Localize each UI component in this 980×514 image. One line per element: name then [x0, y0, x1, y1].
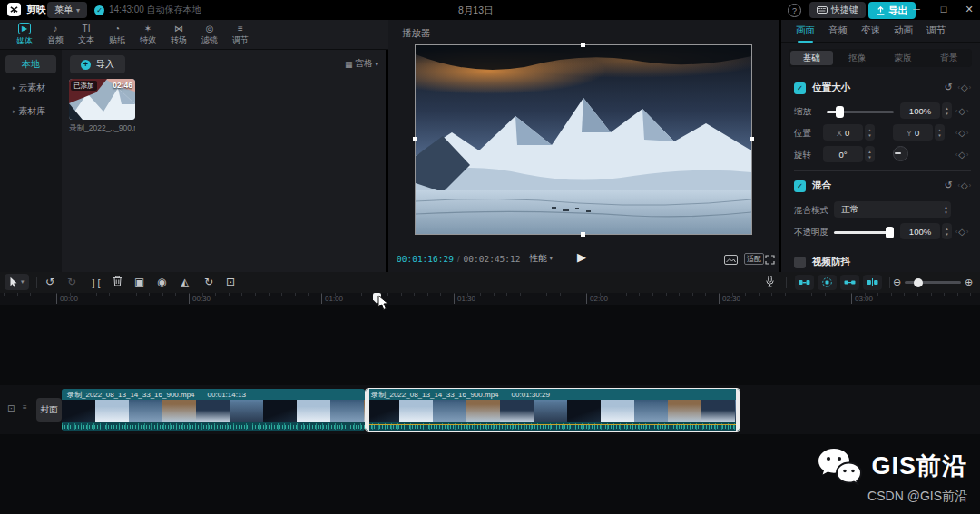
transform-handle-top[interactable]	[581, 43, 585, 47]
sidebar-item-cloud[interactable]: ▸云素材	[5, 79, 56, 97]
subtab-mask[interactable]: 蒙版	[882, 51, 925, 65]
rotate-stepper[interactable]: ▲▼	[865, 146, 875, 162]
clip-2-header: 录制_2022_08_13_14_33_16_900.mp4 00:01:30:…	[366, 389, 740, 400]
reset-icon[interactable]: ↺	[944, 82, 952, 93]
clip-1[interactable]: 录制_2022_08_13_14_33_16_900.mp4 00:01:14:…	[62, 389, 365, 431]
fullscreen-icon[interactable]	[765, 252, 775, 268]
help-button[interactable]: ?	[788, 4, 801, 17]
freeze-frame-button[interactable]: ▣	[134, 275, 144, 289]
redo-button[interactable]: ↻	[67, 275, 76, 289]
scale-value[interactable]: 100%	[900, 102, 940, 119]
delete-button[interactable]	[113, 276, 122, 290]
undo-button[interactable]: ↺	[45, 275, 54, 289]
subtab-keying[interactable]: 抠像	[837, 51, 879, 65]
quality-select[interactable]: 性能 ▾	[529, 253, 553, 265]
blend-checkbox[interactable]: ✓	[794, 180, 806, 192]
filmstrip-frame	[196, 400, 230, 422]
scale-label: 缩放	[794, 106, 811, 118]
reverse-button[interactable]: ◉	[157, 275, 166, 289]
scale-slider[interactable]	[827, 111, 894, 113]
tab-adjust[interactable]: ≡调节	[225, 20, 256, 49]
shortcuts-button[interactable]: 快捷键	[809, 2, 866, 18]
playhead-line[interactable]	[377, 293, 377, 514]
reset-icon[interactable]: ↺	[944, 179, 952, 191]
transform-handle-bottom[interactable]	[581, 232, 585, 237]
tab-adjust-props[interactable]: 调节	[926, 24, 946, 37]
rotate-value[interactable]: 0°	[823, 146, 863, 162]
tab-text[interactable]: TI文本	[71, 20, 102, 49]
maximize-button[interactable]: □	[935, 4, 953, 15]
media-thumbnail[interactable]: 已添加 02:46	[69, 79, 135, 120]
tab-media[interactable]: ▶媒体	[9, 20, 40, 49]
timeline-ruler[interactable]: 00:0000:3001:0001:3002:0002:3003:0003:30	[0, 293, 980, 305]
minimize-button[interactable]: ─	[907, 4, 926, 15]
subtab-basic[interactable]: 基础	[790, 51, 833, 65]
tab-transitions[interactable]: ⋈转场	[163, 20, 194, 49]
rotate-knob[interactable]	[893, 146, 908, 161]
tab-sticker[interactable]: ◔贴纸	[102, 20, 132, 49]
record-audio-button[interactable]	[766, 276, 774, 291]
blend-mode-stepper[interactable]: ▲▼	[941, 201, 951, 218]
original-quality-icon[interactable]	[724, 252, 738, 268]
stabilization-checkbox[interactable]	[794, 257, 806, 268]
position-y-field[interactable]: Y0	[893, 124, 933, 141]
position-size-checkbox[interactable]: ✓	[794, 82, 806, 94]
opacity-value[interactable]: 100%	[900, 223, 940, 239]
import-button[interactable]: + 导入	[70, 55, 125, 73]
select-tool-button[interactable]: ▾	[5, 274, 29, 290]
position-y-stepper[interactable]: ▲▼	[935, 124, 945, 141]
play-button[interactable]: ▶	[577, 250, 586, 264]
sidebar-item-local[interactable]: 本地	[5, 55, 56, 73]
opacity-keyframe[interactable]: ‹◇›	[956, 227, 968, 237]
video-preview[interactable]	[416, 45, 751, 234]
tab-picture[interactable]: 画面	[796, 24, 815, 37]
keyframe-control[interactable]: ‹◇›	[958, 180, 971, 190]
tab-speed[interactable]: 变速	[861, 24, 880, 37]
sidebar-item-library[interactable]: ▸素材库	[5, 102, 56, 121]
subtab-background[interactable]: 背景	[928, 51, 971, 65]
position-keyframe[interactable]: ‹◇›	[956, 128, 968, 138]
tab-effects[interactable]: ✶特效	[132, 20, 163, 49]
rotate-button[interactable]: ↻	[204, 275, 213, 289]
mirror-button[interactable]: ◭	[181, 275, 189, 289]
tab-filters[interactable]: ◎滤镜	[194, 20, 225, 49]
track-monitor-icon[interactable]: ⊡	[7, 403, 15, 413]
media-item[interactable]: 已添加 02:46 录制_2022_.._900.mp4	[69, 79, 135, 134]
linkage-toggle[interactable]	[840, 275, 859, 290]
position-x-stepper[interactable]: ▲▼	[865, 124, 875, 141]
properties-panel: 画面 音频 变速 动画 调节 基础 抠像 蒙版 背景 ✓ 位置大小 ↺ ‹◇› …	[781, 20, 980, 272]
preview-axis-toggle[interactable]	[863, 275, 882, 290]
blend-mode-select[interactable]: 正常	[834, 201, 946, 218]
transform-handle-right[interactable]	[750, 137, 754, 141]
tab-animation[interactable]: 动画	[894, 24, 913, 37]
credit-line: CSDN @GIS前沿	[817, 489, 967, 505]
clip-1-header: 录制_2022_08_13_14_33_16_900.mp4 00:01:14:…	[62, 389, 365, 400]
close-button[interactable]: ✕	[960, 4, 978, 15]
scale-keyframe[interactable]: ‹◇›	[956, 106, 968, 116]
rotate-keyframe[interactable]: ‹◇›	[956, 150, 968, 160]
auto-snap-toggle[interactable]	[818, 275, 837, 290]
fit-ratio-button[interactable]: 适配	[744, 253, 764, 265]
filmstrip-frame	[399, 400, 433, 422]
tab-audio[interactable]: ♪音频	[40, 20, 71, 49]
tab-audio-props[interactable]: 音频	[828, 24, 848, 37]
keyframe-control[interactable]: ‹◇›	[958, 82, 971, 92]
volume-line[interactable]	[366, 424, 740, 425]
crop-button[interactable]: ⊡	[226, 275, 235, 289]
menu-button[interactable]: 菜单▾	[47, 2, 87, 18]
timeline-zoom-out-button[interactable]: ⊖	[893, 275, 901, 289]
track-options-icon[interactable]: ≡	[23, 403, 27, 412]
opacity-slider[interactable]	[834, 231, 894, 234]
position-x-field[interactable]: X0	[823, 124, 863, 141]
split-button[interactable]: ][	[91, 276, 102, 291]
magnet-snap-toggle[interactable]	[795, 275, 814, 290]
clip-2[interactable]: 录制_2022_08_13_14_33_16_900.mp4 00:01:30:…	[366, 389, 740, 431]
transform-handle-left[interactable]	[413, 137, 417, 141]
scale-stepper[interactable]: ▲▼	[942, 102, 952, 119]
cover-button[interactable]: 封面	[36, 398, 62, 422]
timeline-zoom-slider[interactable]	[905, 281, 961, 284]
opacity-stepper[interactable]: ▲▼	[942, 223, 952, 239]
ruler-tick: 02:00	[586, 294, 608, 304]
view-mode-select[interactable]: ▦ 宫格 ▾	[345, 58, 378, 70]
timeline-zoom-in-button[interactable]: ⊕	[965, 275, 973, 289]
